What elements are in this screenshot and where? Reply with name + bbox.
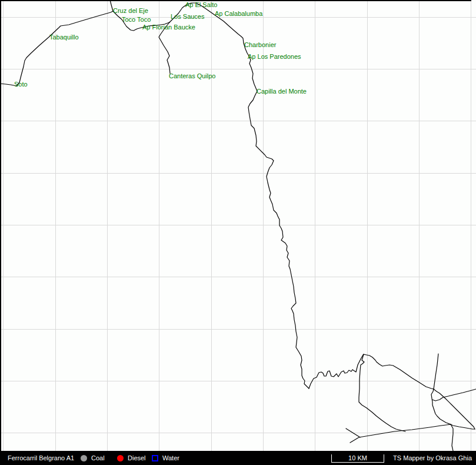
- station-label: Toco Toco: [122, 16, 151, 23]
- map-border-left: [0, 0, 1, 451]
- track-wye-north-leg: [434, 389, 475, 429]
- credit-text: TS Mapper by Okrasa Ghia: [393, 454, 472, 461]
- ts-mapper-window: Cruz del EjeToco TocoAp El SaltoLos Sauc…: [0, 0, 476, 465]
- station-label: Capilla del Monte: [257, 88, 307, 95]
- legend-label-water: Water: [162, 454, 179, 461]
- track-long-straight-line: [350, 424, 451, 443]
- station-label: Soto: [14, 81, 28, 88]
- station-label: Cruz del Eje: [113, 7, 148, 14]
- scale-label: 10 KM: [348, 454, 367, 461]
- track-steep-line-from-north: [434, 354, 438, 389]
- track-south-line-to-edge: [451, 424, 453, 451]
- station-label: Ap Calabalumba: [215, 10, 263, 17]
- station-label: Tabaquillo: [49, 34, 79, 41]
- track-loop-east-side: [364, 354, 434, 389]
- track-wiggle-section: [309, 354, 364, 388]
- coal-icon: [81, 455, 87, 461]
- track-main-line-east: [169, 3, 309, 388]
- railway-tracks: [0, 0, 476, 451]
- station-labels: Cruz del EjeToco TocoAp El SaltoLos Sauc…: [14, 1, 307, 95]
- legend-label-coal: Coal: [91, 454, 105, 461]
- station-label: Canteras Quilpo: [169, 72, 216, 79]
- status-bar: Ferrocarril Belgrano A1 Coal Diesel Wate…: [0, 451, 476, 465]
- map-canvas[interactable]: Cruz del EjeToco TocoAp El SaltoLos Sauc…: [0, 0, 476, 451]
- water-icon: [152, 455, 158, 461]
- station-label: Los Sauces: [171, 13, 205, 20]
- grid: [0, 0, 476, 451]
- route-title: Ferrocarril Belgrano A1: [8, 454, 74, 461]
- station-label: Charbonier: [244, 41, 277, 48]
- map-border: [0, 0, 471, 451]
- track-east-exit-curve: [432, 389, 476, 401]
- station-label: Ap Florian Baucke: [142, 24, 195, 31]
- legend-label-diesel: Diesel: [128, 454, 146, 461]
- station-label: Ap El Salto: [185, 1, 217, 8]
- diesel-icon: [117, 455, 124, 461]
- map-border-top: [0, 0, 471, 1]
- scale-bar: 10 KM: [331, 454, 384, 463]
- station-label: Ap Los Paredones: [248, 53, 301, 60]
